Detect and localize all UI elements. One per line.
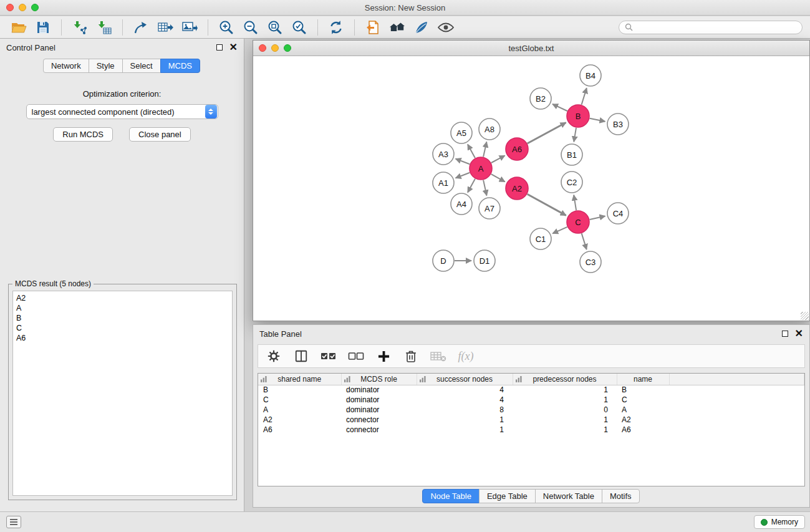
graph-node-B4[interactable]: B4 xyxy=(580,65,601,86)
graph-node-A4[interactable]: A4 xyxy=(451,193,472,215)
export-network-button[interactable] xyxy=(130,18,152,37)
graphics-details-button[interactable] xyxy=(435,18,457,37)
graph-edge-B-B1[interactable] xyxy=(574,128,576,142)
graph-edge-A-A2[interactable] xyxy=(491,174,505,181)
tab-edge-table[interactable]: Edge Table xyxy=(479,489,536,503)
table-settings-button[interactable] xyxy=(266,348,282,364)
graph-node-C4[interactable]: C4 xyxy=(607,203,629,224)
tab-network-table[interactable]: Network Table xyxy=(535,489,602,503)
graph-node-D[interactable]: D xyxy=(433,250,454,271)
fullscreen-window-button[interactable] xyxy=(31,4,39,11)
network-overview-button[interactable] xyxy=(386,18,408,37)
table-row[interactable]: Bdominator41B xyxy=(258,385,804,395)
graph-edge-A-A5[interactable] xyxy=(468,144,475,158)
float-panel-icon[interactable] xyxy=(216,44,223,51)
mcds-result-item[interactable]: C xyxy=(16,323,229,333)
resize-grip[interactable] xyxy=(801,312,809,320)
mcds-result-item[interactable]: A xyxy=(16,303,229,313)
column-header-name[interactable]: name xyxy=(617,374,669,385)
graph-edge-A6-B[interactable] xyxy=(528,123,566,144)
mcds-result-item[interactable]: A2 xyxy=(16,293,229,303)
graph-node-B2[interactable]: B2 xyxy=(530,88,551,109)
optimization-criterion-select[interactable]: largest connected component (directed) xyxy=(26,104,218,119)
memory-button[interactable]: Memory xyxy=(754,515,805,529)
open-session-button[interactable] xyxy=(7,18,30,37)
table-row[interactable]: Cdominator41C xyxy=(258,395,804,405)
float-table-panel-icon[interactable] xyxy=(782,331,788,337)
graph-node-A6[interactable]: A6 xyxy=(506,138,528,160)
graph-node-C1[interactable]: C1 xyxy=(530,228,551,249)
close-table-panel-icon[interactable]: ✕ xyxy=(795,331,803,337)
delete-column-button[interactable] xyxy=(403,348,419,364)
graph-edge-C-C3[interactable] xyxy=(582,233,587,249)
graph-node-A7[interactable]: A7 xyxy=(479,198,500,219)
graph-node-A3[interactable]: A3 xyxy=(433,143,454,165)
zoom-out-button[interactable] xyxy=(239,18,262,37)
graph-node-B3[interactable]: B3 xyxy=(607,114,629,135)
graph-node-A1[interactable]: A1 xyxy=(433,172,454,193)
graph-edge-A-A7[interactable] xyxy=(483,180,486,196)
run-mcds-button[interactable]: Run MCDS xyxy=(53,127,113,142)
tab-style[interactable]: Style xyxy=(89,59,123,73)
graph-node-A[interactable]: A xyxy=(470,157,492,180)
style-brush-button[interactable] xyxy=(410,18,433,37)
graph-edge-A-A8[interactable] xyxy=(483,142,486,157)
column-header-mcds-role[interactable]: MCDS role xyxy=(341,374,417,385)
unselect-all-columns-button[interactable] xyxy=(348,348,364,364)
zoom-fit-button[interactable] xyxy=(264,18,286,37)
import-table-button[interactable] xyxy=(93,18,115,37)
graph-edge-B-B3[interactable] xyxy=(590,118,605,122)
panel-menu-button[interactable] xyxy=(6,516,21,528)
network-canvas[interactable]: B4B2BB3A5A8A6A3B1AA1C2A2A4A7C4CC1C3DD1 xyxy=(253,57,809,321)
graph-edge-C-C2[interactable] xyxy=(574,195,576,211)
tab-network[interactable]: Network xyxy=(43,59,89,73)
tab-mcds[interactable]: MCDS xyxy=(160,59,200,73)
select-all-columns-button[interactable] xyxy=(321,348,337,364)
graph-edge-A-A6[interactable] xyxy=(491,155,505,163)
tab-node-table[interactable]: Node Table xyxy=(422,489,480,503)
mcds-result-item[interactable]: B xyxy=(16,313,229,323)
graph-node-A5[interactable]: A5 xyxy=(451,122,472,143)
graph-edge-A2-C[interactable] xyxy=(528,194,566,215)
graph-node-C2[interactable]: C2 xyxy=(561,172,582,193)
graph-node-C3[interactable]: C3 xyxy=(580,251,601,273)
table-row[interactable]: Adominator80A xyxy=(258,405,804,415)
graph-node-D1[interactable]: D1 xyxy=(474,250,495,271)
network-close-button[interactable] xyxy=(259,44,266,52)
column-header-successor-nodes[interactable]: successor nodes xyxy=(417,374,513,385)
zoom-selected-button[interactable] xyxy=(288,18,311,37)
zoom-in-button[interactable] xyxy=(215,18,238,37)
graph-node-A2[interactable]: A2 xyxy=(506,177,528,200)
tab-select[interactable]: Select xyxy=(122,59,161,73)
graph-node-B[interactable]: B xyxy=(567,105,589,127)
mcds-result-list[interactable]: A2ABCA6 xyxy=(12,291,233,496)
tab-motifs[interactable]: Motifs xyxy=(602,489,640,503)
close-panel-icon[interactable]: ✕ xyxy=(229,44,238,51)
graph-edge-A-A1[interactable] xyxy=(456,173,470,178)
close-panel-button[interactable]: Close panel xyxy=(129,127,191,142)
table-row[interactable]: A6connector11A6 xyxy=(258,425,804,435)
column-header-predecessor-nodes[interactable]: predecessor nodes xyxy=(513,374,617,385)
session-file-button[interactable] xyxy=(362,18,384,37)
network-window-titlebar[interactable]: testGlobe.txt xyxy=(253,41,809,56)
save-session-button[interactable] xyxy=(32,18,54,37)
column-header-shared-name[interactable]: shared name xyxy=(258,374,341,385)
graph-node-A8[interactable]: A8 xyxy=(479,118,500,140)
graph-edge-C-C1[interactable] xyxy=(552,227,567,234)
close-window-button[interactable] xyxy=(6,4,14,11)
mcds-result-item[interactable]: A6 xyxy=(16,333,229,343)
graph-node-B1[interactable]: B1 xyxy=(561,144,582,165)
network-graph[interactable]: B4B2BB3A5A8A6A3B1AA1C2A2A4A7C4CC1C3DD1 xyxy=(253,57,809,321)
import-network-button[interactable] xyxy=(69,18,91,37)
network-minimize-button[interactable] xyxy=(271,44,279,52)
graph-node-C[interactable]: C xyxy=(567,211,589,233)
export-image-button[interactable] xyxy=(178,18,201,37)
graph-edge-B-B2[interactable] xyxy=(552,104,567,111)
graph-edge-A-A3[interactable] xyxy=(456,159,470,165)
export-table-button[interactable] xyxy=(154,18,176,37)
table-row[interactable]: A2connector11A2 xyxy=(258,415,804,425)
search-box[interactable] xyxy=(619,21,803,34)
apply-layout-button[interactable] xyxy=(325,18,347,37)
graph-edge-C-C4[interactable] xyxy=(590,216,605,220)
graph-edge-B-B4[interactable] xyxy=(582,88,587,105)
